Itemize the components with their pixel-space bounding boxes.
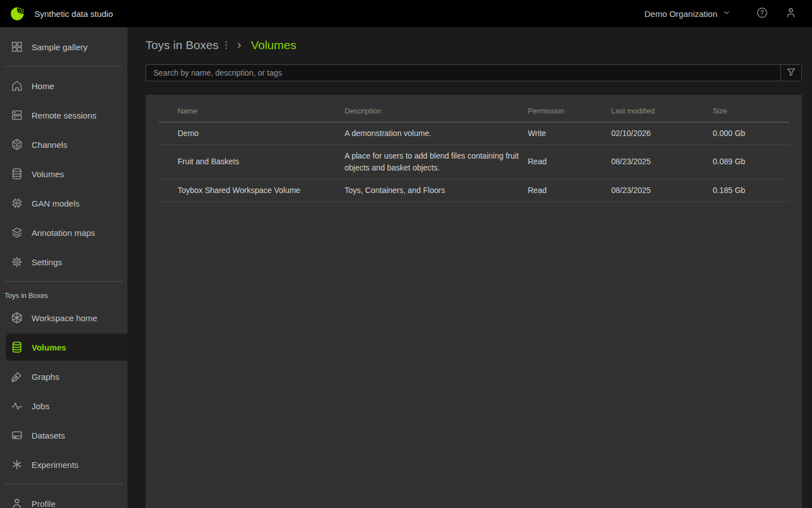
layers-icon — [10, 226, 24, 239]
sidebar-item-label: Remote sessions — [32, 111, 96, 120]
cell-size: 0.089 Gb — [713, 144, 789, 179]
sidebar-item-profile[interactable]: Profile — [0, 489, 127, 508]
sidebar-item-gan-models[interactable]: GAN models — [0, 189, 127, 218]
cell-permission: Write — [528, 122, 611, 144]
sidebar-footer: Profile — [0, 479, 127, 508]
sidebar-item-remote-sessions[interactable]: Remote sessions — [0, 100, 127, 130]
sidebar-item-label: Channels — [32, 140, 67, 150]
account-button[interactable] — [784, 6, 797, 21]
brand-pixel-moon-icon[interactable] — [9, 6, 25, 22]
cell-name: Demo — [158, 122, 345, 144]
breadcrumb: Toys in Boxes › Volumes — [145, 38, 802, 52]
cell-description: A demonstration volume. — [345, 122, 528, 144]
sidebar-item-label: Volumes — [32, 343, 66, 352]
cube-icon — [10, 138, 24, 151]
table-row[interactable]: Demo A demonstration volume. Write 02/10… — [158, 122, 789, 144]
cell-name: Toybox Shared Workspace Volume — [158, 179, 345, 202]
table-row[interactable]: Toybox Shared Workspace Volume Toys, Con… — [158, 179, 789, 202]
kebab-menu-icon[interactable] — [224, 40, 228, 50]
sidebar-item-label: Profile — [32, 499, 56, 508]
sidebar-item-datasets[interactable]: Datasets — [0, 421, 127, 450]
app-title: Synthetic data studio — [34, 9, 113, 19]
sidebar-divider — [5, 484, 123, 484]
sidebar: Sample gallery Home Remote sessions Chan… — [0, 27, 127, 508]
user-icon — [784, 6, 797, 21]
column-header-description: Description — [345, 100, 528, 122]
breadcrumb-current: Volumes — [251, 38, 297, 52]
sidebar-item-home[interactable]: Home — [0, 71, 127, 100]
help-button[interactable]: ? — [756, 6, 769, 21]
sidebar-item-workspace-home[interactable]: Workspace home — [0, 303, 127, 332]
cell-size: 0.000 Gb — [713, 122, 789, 144]
sidebar-item-label: Annotation maps — [32, 228, 95, 238]
chip-icon — [10, 196, 24, 210]
sidebar-item-label: Datasets — [32, 431, 65, 440]
sidebar-item-annotation-maps[interactable]: Annotation maps — [0, 218, 127, 247]
sidebar-item-channels[interactable]: Channels — [0, 130, 127, 159]
database-icon — [10, 167, 24, 181]
cell-last-modified: 08/23/2025 — [611, 179, 713, 202]
gear-icon — [10, 255, 24, 269]
user-icon — [10, 497, 24, 508]
pen-nib-icon — [10, 370, 24, 383]
asterisk-icon — [10, 458, 24, 471]
sidebar-item-label: Graphs — [32, 372, 59, 382]
help-circle-icon: ? — [756, 6, 769, 21]
activity-icon — [10, 399, 24, 413]
sidebar-item-jobs[interactable]: Jobs — [0, 391, 127, 421]
column-header-name: Name — [158, 100, 345, 122]
volumes-table: Name Description Permission Last modifie… — [158, 100, 789, 202]
chevron-down-icon — [722, 8, 731, 19]
workspace-section-label: Toys in Boxes — [0, 286, 127, 303]
column-header-permission: Permission — [528, 100, 611, 122]
organization-switcher[interactable]: Demo Organization — [645, 8, 731, 19]
sidebar-item-label: Workspace home — [32, 313, 97, 323]
sidebar-divider — [5, 66, 123, 67]
column-header-size: Size — [713, 100, 789, 122]
sidebar-item-label: Experiments — [32, 460, 78, 470]
table-row[interactable]: Fruit and Baskets A place for users to a… — [158, 144, 789, 179]
sidebar-item-experiments[interactable]: Experiments — [0, 450, 127, 479]
cell-description: Toys, Containers, and Floors — [345, 179, 528, 202]
sidebar-item-volumes-global[interactable]: Volumes — [0, 159, 127, 189]
cell-size: 0.185 Gb — [713, 179, 789, 202]
database-icon — [10, 340, 24, 354]
search-input[interactable] — [145, 64, 780, 81]
topbar: Synthetic data studio Demo Organization … — [0, 0, 812, 27]
table-header-row: Name Description Permission Last modifie… — [158, 100, 789, 122]
main-content: Toys in Boxes › Volumes Name Description… — [127, 27, 812, 508]
workspace-cube-icon — [10, 311, 24, 325]
sidebar-item-volumes-workspace[interactable]: Volumes — [6, 334, 127, 361]
sidebar-item-sample-gallery[interactable]: Sample gallery — [0, 32, 127, 62]
home-icon — [10, 79, 24, 93]
filter-button[interactable] — [780, 64, 802, 81]
search-bar — [145, 64, 802, 81]
sidebar-divider — [5, 281, 123, 282]
cell-description: A place for users to add blend files con… — [345, 144, 528, 179]
breadcrumb-workspace[interactable]: Toys in Boxes — [145, 38, 219, 52]
volumes-table-panel: Name Description Permission Last modifie… — [145, 95, 802, 508]
cell-name: Fruit and Baskets — [158, 144, 345, 179]
sidebar-item-graphs[interactable]: Graphs — [0, 362, 127, 391]
drive-icon — [10, 428, 24, 442]
sidebar-item-label: GAN models — [32, 199, 80, 208]
cell-permission: Read — [528, 144, 611, 179]
sidebar-item-label: Sample gallery — [32, 42, 87, 52]
breadcrumb-separator: › — [237, 38, 241, 52]
sidebar-item-label: Volumes — [32, 169, 64, 179]
sidebar-item-label: Jobs — [32, 401, 50, 411]
organization-name: Demo Organization — [645, 9, 717, 19]
cell-last-modified: 02/10/2026 — [611, 122, 713, 144]
server-icon — [10, 108, 24, 122]
sidebar-item-label: Home — [32, 81, 54, 91]
grid-icon — [10, 40, 24, 54]
cell-permission: Read — [528, 179, 611, 202]
sidebar-item-label: Settings — [32, 257, 62, 267]
svg-text:?: ? — [760, 9, 764, 16]
sidebar-item-settings[interactable]: Settings — [0, 247, 127, 277]
column-header-last-modified: Last modified — [611, 100, 713, 122]
funnel-icon — [785, 67, 797, 80]
cell-last-modified: 08/23/2025 — [611, 144, 713, 179]
